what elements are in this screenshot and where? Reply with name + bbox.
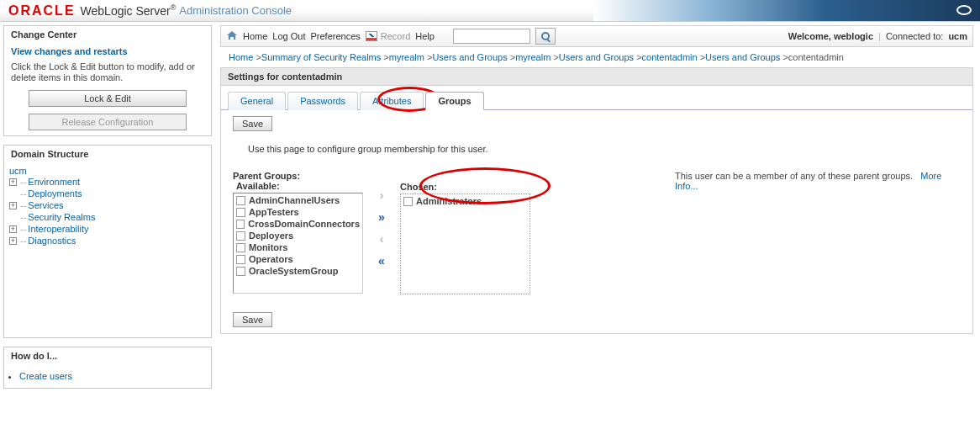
tree-node[interactable]: +--Services [9,199,206,211]
breadcrumb: Home >Summary of Security Realms >myreal… [220,47,973,66]
welcome-text: Welcome, weblogic [788,31,873,41]
list-item[interactable]: OracleSystemGroup [234,265,361,277]
preferences-link[interactable]: Preferences [310,31,360,41]
how-do-i-panel: How do I... Create users [3,347,212,389]
header-decoration [593,0,980,21]
save-button-bottom[interactable]: Save [233,312,272,327]
expand-icon[interactable]: + [9,225,17,233]
tree-items: +--Environment--Deployments+--Services--… [9,176,206,246]
chart-icon [366,31,377,41]
help-text: This user can be a member of any of thes… [675,171,961,294]
brand-logo: ORACLE [0,3,81,19]
breadcrumb-item: contentadmin [788,52,844,62]
breadcrumb-item[interactable]: Home [229,52,253,62]
app-header: ORACLE WebLogic Server® Administration C… [0,0,980,22]
tree-node[interactable]: --Security Realms [9,211,206,223]
change-center-title: Change Center [4,26,211,43]
how-do-i-item[interactable]: Create users [19,369,208,383]
lock-edit-button[interactable]: Lock & Edit [29,90,187,107]
list-item[interactable]: AdminChannelUsers [234,194,361,206]
home-link[interactable]: Home [243,31,267,41]
list-item[interactable]: CrossDomainConnectors [234,218,361,230]
checkbox-icon[interactable] [236,196,245,205]
list-item[interactable]: AppTesters [234,206,361,218]
logout-link[interactable]: Log Out [272,31,305,41]
domain-structure-panel: Domain Structure ucm +--Environment--Dep… [3,145,212,338]
tree-node[interactable]: +--Interoperability [9,223,206,235]
tree-node[interactable]: +--Diagnostics [9,235,206,246]
list-item[interactable]: Monitors [234,241,361,253]
chosen-label: Chosen: [400,182,530,192]
home-icon[interactable] [226,30,238,42]
available-list[interactable]: AdminChannelUsersAppTestersCrossDomainCo… [233,193,363,294]
search-button[interactable] [535,28,556,45]
search-icon [541,32,550,40]
list-item[interactable]: Operators [234,253,361,265]
connected-to-value: ucm [948,31,967,41]
chosen-list[interactable]: Administrators [400,193,530,294]
breadcrumb-item[interactable]: Users and Groups [432,52,507,62]
parent-groups-label: Parent Groups: [233,171,363,181]
tab-passwords[interactable]: Passwords [287,92,358,110]
domain-structure-title: Domain Structure [4,146,211,162]
tabs: GeneralPasswordsAttributesGroups [221,86,972,110]
toolbar: Home Log Out Preferences Record Help Wel… [220,25,973,47]
product-subtitle: Administration Console [179,4,292,17]
tab-general[interactable]: General [228,92,286,110]
change-center-instruction: Click the Lock & Edit button to modify, … [4,60,211,88]
help-link[interactable]: Help [415,31,435,41]
how-do-i-title: How do I... [4,347,211,364]
tree-root[interactable]: ucm [9,166,206,176]
checkbox-icon[interactable] [403,197,413,206]
checkbox-icon[interactable] [236,231,245,241]
tab-groups[interactable]: Groups [425,92,483,110]
checkbox-icon[interactable] [236,243,245,252]
list-item[interactable]: Administrators [402,195,529,207]
checkbox-icon[interactable] [236,267,245,276]
settings-panel: Settings for contentadmin GeneralPasswor… [220,67,973,334]
change-center-panel: Change Center View changes and restarts … [3,25,212,136]
tab-attributes[interactable]: Attributes [360,92,424,110]
checkbox-icon[interactable] [236,208,245,217]
move-all-left-button[interactable]: « [373,253,390,268]
page-description: Use this page to configure group members… [248,144,961,154]
expand-icon[interactable]: + [9,237,17,245]
breadcrumb-item[interactable]: contentadmin [642,52,698,62]
breadcrumb-item[interactable]: Users and Groups [705,52,780,62]
save-button-top[interactable]: Save [233,116,272,131]
breadcrumb-item[interactable]: Summary of Security Realms [261,52,381,62]
oracle-oval-icon [956,5,972,15]
product-name: WebLogic Server® [81,3,177,18]
tree-node[interactable]: +--Environment [9,176,206,188]
settings-title: Settings for contentadmin [221,68,972,86]
checkbox-icon[interactable] [236,255,245,264]
breadcrumb-item[interactable]: Users and Groups [559,52,634,62]
move-all-right-button[interactable]: » [373,209,390,225]
how-do-i-list: Create users [4,364,211,388]
move-left-button[interactable]: ‹ [373,231,390,246]
release-config-button: Release Configuration [29,114,187,130]
expand-icon[interactable]: + [9,178,17,186]
search-input[interactable] [453,29,530,44]
expand-icon[interactable]: + [9,202,17,209]
view-changes-link[interactable]: View changes and restarts [11,46,128,56]
connected-to-label: Connected to: [886,31,944,41]
tree-node[interactable]: --Deployments [9,188,206,199]
move-right-button[interactable]: › [373,188,390,203]
breadcrumb-item[interactable]: myrealm [515,52,551,62]
record-button[interactable]: Record [366,31,410,41]
available-label: Available: [236,181,363,191]
checkbox-icon[interactable] [236,220,245,229]
list-item[interactable]: Deployers [234,230,361,241]
breadcrumb-item[interactable]: myrealm [389,52,424,62]
